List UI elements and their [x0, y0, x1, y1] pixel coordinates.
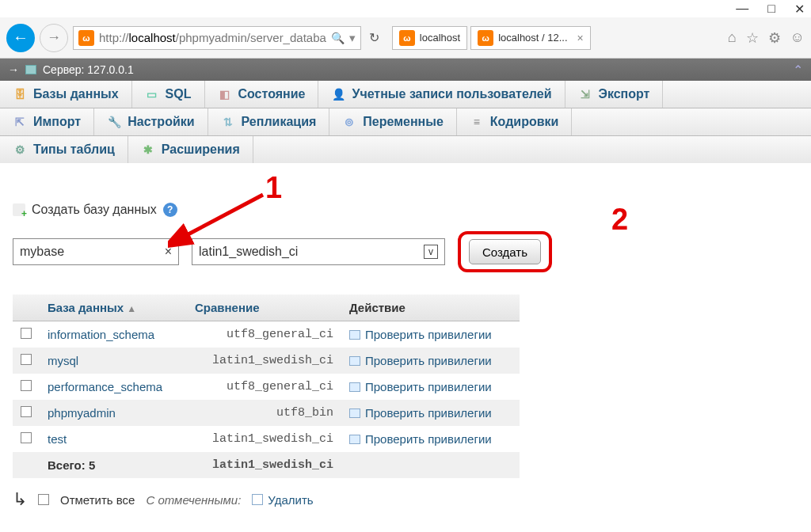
db-name-input[interactable]: mybase × — [13, 238, 179, 265]
engines-icon: ⚙ — [13, 142, 27, 157]
check-privileges-link[interactable]: Проверить привилегии — [349, 432, 512, 446]
dropdown-caret-icon[interactable]: ▾ — [349, 31, 356, 45]
users-icon: 👤 — [331, 87, 345, 101]
db-name-link[interactable]: mysql — [48, 354, 78, 367]
row-checkbox[interactable] — [21, 406, 32, 417]
check-privileges-link[interactable]: Проверить привилегии — [349, 328, 512, 341]
check-privileges-link[interactable]: Проверить привилегии — [349, 380, 512, 393]
collapse-icon[interactable]: ⌃ — [793, 63, 803, 78]
db-add-icon — [13, 203, 25, 216]
col-database[interactable]: База данных▲ — [40, 294, 187, 321]
annotation-arrow — [168, 188, 279, 252]
privileges-icon — [349, 435, 360, 444]
tab-engines[interactable]: ⚙Типы таблиц — [0, 136, 128, 163]
maximize-icon[interactable]: □ — [767, 2, 775, 17]
delete-icon — [252, 494, 263, 505]
tab-users[interactable]: 👤Учетные записи пользователей — [318, 81, 565, 108]
browser-toolbar: ← → ω http://localhost/phpmyadmin/server… — [0, 17, 811, 59]
col-collation[interactable]: Сравнение — [187, 294, 341, 321]
pma-nav-primary: 🗄Базы данных ▭SQL ◧Состояние 👤Учетные за… — [0, 81, 811, 108]
total-collation: latin1_swedish_ci — [187, 452, 341, 478]
check-all-checkbox[interactable] — [38, 494, 49, 505]
table-row: performance_schemautf8_general_ciПровери… — [13, 374, 520, 400]
tab-label: localhost — [420, 32, 460, 44]
tab-export[interactable]: ⇲Экспорт — [565, 81, 664, 108]
check-all-label[interactable]: Отметить все — [60, 493, 135, 507]
server-breadcrumb: → Сервер: 127.0.0.1 ⌃ — [0, 59, 811, 81]
window-controls: — □ ✕ — [736, 2, 805, 17]
create-db-heading: Создать базу данных ? — [13, 203, 798, 217]
emoji-icon[interactable]: ☺ — [790, 29, 805, 47]
search-icon[interactable]: 🔍 — [331, 32, 345, 44]
replication-icon: ⇅ — [221, 115, 235, 129]
privileges-icon — [349, 330, 360, 340]
db-name-link[interactable]: phpmyadmin — [48, 406, 116, 420]
table-row: phpmyadminutf8_binПроверить привилегии — [13, 400, 520, 426]
export-icon: ⇲ — [578, 87, 592, 101]
arrow-icon: → — [8, 63, 19, 76]
create-button[interactable]: Создать — [469, 239, 541, 264]
row-checkbox[interactable] — [21, 380, 32, 391]
main-content: Создать базу данных ? mybase × latin1_sw… — [0, 163, 811, 526]
home-icon[interactable]: ⌂ — [728, 29, 737, 47]
row-checkbox[interactable] — [21, 328, 32, 339]
nav-back-button[interactable]: ← — [6, 24, 35, 52]
tab-variables[interactable]: ⊚Переменные — [329, 108, 456, 135]
db-name-value: mybase — [20, 245, 64, 259]
browser-tab[interactable]: ω localhost — [392, 26, 467, 50]
db-name-link[interactable]: performance_schema — [48, 380, 162, 393]
tab-plugins[interactable]: ✱Расширения — [128, 136, 253, 163]
with-selected-label: С отмеченными: — [146, 493, 241, 507]
favorites-icon[interactable]: ☆ — [746, 29, 759, 47]
address-bar[interactable]: ω http://localhost/phpmyadmin/server_dat… — [73, 26, 361, 50]
url-text: http://localhost/phpmyadmin/server_datab… — [99, 31, 326, 44]
server-icon — [25, 65, 36, 74]
pma-nav-secondary: ⇱Импорт 🔧Настройки ⇅Репликация ⊚Переменн… — [0, 108, 811, 136]
tab-replication[interactable]: ⇅Репликация — [208, 108, 330, 135]
refresh-icon[interactable]: ↻ — [369, 30, 379, 45]
arrow-up-icon: ↳ — [13, 489, 27, 510]
db-name-link[interactable]: test — [48, 432, 67, 446]
create-db-label: Создать базу данных — [32, 203, 157, 217]
table-row: information_schemautf8_general_ciПровери… — [13, 321, 520, 348]
table-total-row: Всего: 5 latin1_swedish_ci — [13, 452, 520, 478]
delete-link[interactable]: Удалить — [252, 493, 313, 507]
databases-table: База данных▲ Сравнение Действие informat… — [13, 294, 520, 478]
tab-sql[interactable]: ▭SQL — [132, 81, 205, 108]
charset-icon: ≡ — [470, 115, 484, 129]
svg-line-0 — [182, 195, 263, 238]
tab-import[interactable]: ⇱Импорт — [0, 108, 94, 135]
create-db-form: mybase × latin1_swedish_ci v Создать — [13, 231, 798, 272]
close-icon[interactable]: ✕ — [794, 2, 805, 17]
row-checkbox[interactable] — [21, 354, 32, 365]
row-collation: utf8_general_ci — [187, 374, 341, 400]
row-checkbox[interactable] — [21, 432, 32, 443]
tab-close-icon[interactable]: × — [577, 32, 584, 44]
xampp-icon: ω — [399, 30, 415, 46]
sql-icon: ▭ — [145, 87, 159, 101]
highlight-box-2: Создать — [458, 231, 552, 272]
status-icon: ◧ — [218, 87, 232, 101]
browser-tab[interactable]: ω localhost / 12... × — [470, 26, 591, 50]
row-collation: latin1_swedish_ci — [187, 426, 341, 452]
import-icon: ⇱ — [13, 115, 27, 129]
db-name-link[interactable]: information_schema — [48, 328, 154, 341]
minimize-icon[interactable]: — — [736, 2, 748, 17]
settings-icon[interactable]: ⚙ — [768, 29, 781, 47]
server-label[interactable]: Сервер: 127.0.0.1 — [43, 63, 134, 76]
xampp-icon: ω — [78, 30, 94, 46]
tab-label: localhost / 12... — [498, 32, 567, 44]
table-row: testlatin1_swedish_ciПроверить привилеги… — [13, 426, 520, 452]
database-icon: 🗄 — [13, 87, 27, 101]
tab-settings[interactable]: 🔧Настройки — [94, 108, 208, 135]
check-privileges-link[interactable]: Проверить привилегии — [349, 354, 512, 367]
privileges-icon — [349, 382, 360, 392]
nav-forward-button[interactable]: → — [40, 24, 68, 52]
tab-databases[interactable]: 🗄Базы данных — [0, 81, 132, 108]
privileges-icon — [349, 356, 360, 366]
tab-charsets[interactable]: ≡Кодировки — [457, 108, 573, 135]
check-privileges-link[interactable]: Проверить привилегии — [349, 406, 512, 420]
col-action: Действие — [341, 294, 520, 321]
xampp-icon: ω — [478, 30, 493, 46]
tab-status[interactable]: ◧Состояние — [205, 81, 319, 108]
